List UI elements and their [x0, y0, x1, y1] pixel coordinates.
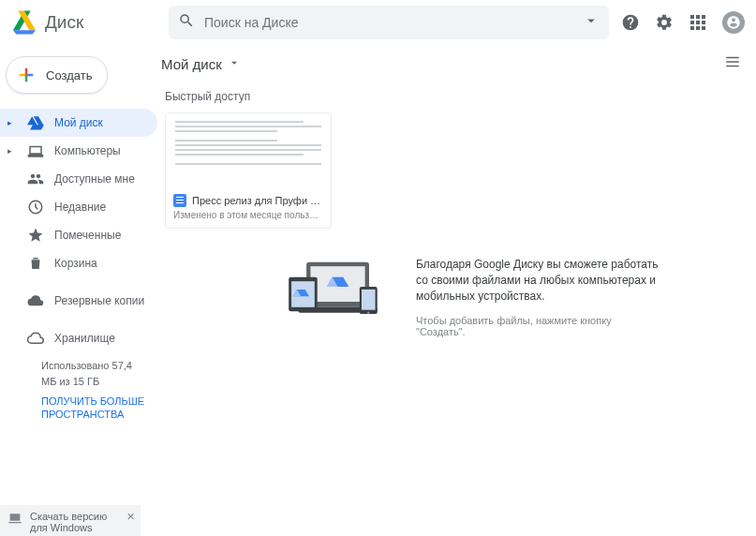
- search-input[interactable]: [204, 15, 583, 30]
- download-windows-banner[interactable]: Скачать версию для Windows ✕: [0, 505, 141, 536]
- devices-illustration: [283, 257, 395, 332]
- create-button[interactable]: Создать: [6, 56, 108, 94]
- computers-icon: [26, 142, 45, 159]
- search-bar[interactable]: [169, 6, 609, 39]
- help-icon[interactable]: [621, 13, 640, 32]
- sidebar-item-label: Компьютеры: [54, 144, 121, 157]
- get-more-storage-link[interactable]: ПОЛУЧИТЬ БОЛЬШЕ ПРОСТРАНСТВА: [41, 395, 148, 422]
- shared-icon: [26, 171, 45, 187]
- svg-rect-7: [362, 290, 376, 310]
- sidebar-item-computers[interactable]: ▸ Компьютеры: [0, 137, 157, 165]
- list-view-toggle[interactable]: [724, 53, 741, 74]
- star-icon: [26, 227, 45, 244]
- empty-state-subtitle: Чтобы добавить файлы, нажмите кнопку "Со…: [416, 315, 660, 337]
- svg-point-8: [367, 312, 369, 314]
- apps-icon[interactable]: [689, 13, 707, 32]
- caret-icon: ▸: [7, 118, 17, 127]
- sidebar-item-shared[interactable]: Доступные мне: [0, 165, 157, 193]
- sidebar-item-starred[interactable]: Помеченные: [0, 221, 157, 249]
- sidebar-item-label: Хранилище: [54, 332, 115, 345]
- card-preview: [166, 113, 331, 188]
- create-button-label: Создать: [46, 68, 92, 82]
- storage-usage-text: Использовано 57,4 МБ из 15 ГБ: [41, 358, 148, 389]
- google-docs-icon: [173, 194, 186, 207]
- empty-state-title: Благодаря Google Диску вы сможете работа…: [416, 257, 660, 304]
- card-title: Пресс релиз для Пруфи + легенда ...: [192, 195, 323, 206]
- backups-icon: [26, 292, 45, 309]
- app-name: Диск: [45, 12, 83, 33]
- caret-icon: ▸: [7, 146, 17, 156]
- gear-icon[interactable]: [655, 13, 674, 32]
- sidebar-item-label: Мой диск: [54, 116, 103, 129]
- breadcrumb-label: Мой диск: [161, 56, 222, 72]
- download-banner-label: Скачать версию для Windows: [30, 511, 119, 533]
- drive-icon: [26, 114, 45, 131]
- sidebar-item-storage[interactable]: Хранилище: [0, 324, 157, 352]
- trash-icon: [26, 255, 45, 272]
- recent-icon: [26, 199, 45, 216]
- search-icon: [178, 12, 195, 33]
- quick-access-card[interactable]: Пресс релиз для Пруфи + легенда ... Изме…: [165, 112, 332, 229]
- laptop-icon: [7, 511, 22, 528]
- breadcrumb[interactable]: Мой диск: [161, 56, 241, 72]
- chevron-down-icon: [228, 56, 241, 72]
- sidebar-item-trash[interactable]: Корзина: [0, 249, 157, 277]
- drive-logo-icon: [11, 9, 37, 36]
- card-subtitle: Изменено в этом месяце пользователем ...: [173, 210, 323, 220]
- account-avatar[interactable]: [722, 11, 745, 34]
- sidebar-item-label: Недавние: [54, 201, 106, 214]
- sidebar-item-backups[interactable]: Резервные копии: [0, 287, 157, 315]
- search-dropdown-icon[interactable]: [583, 12, 600, 33]
- sidebar-item-label: Резервные копии: [54, 294, 144, 307]
- quick-access-label: Быстрый доступ: [165, 90, 741, 103]
- storage-icon: [26, 330, 45, 347]
- sidebar-item-label: Корзина: [54, 257, 97, 270]
- close-icon[interactable]: ✕: [126, 511, 135, 523]
- sidebar-item-label: Помеченные: [54, 229, 121, 242]
- sidebar-item-label: Доступные мне: [54, 172, 135, 186]
- sidebar-item-recent[interactable]: Недавние: [0, 193, 157, 221]
- plus-icon: [16, 65, 37, 85]
- sidebar-item-my-drive[interactable]: ▸ Мой диск: [0, 109, 157, 137]
